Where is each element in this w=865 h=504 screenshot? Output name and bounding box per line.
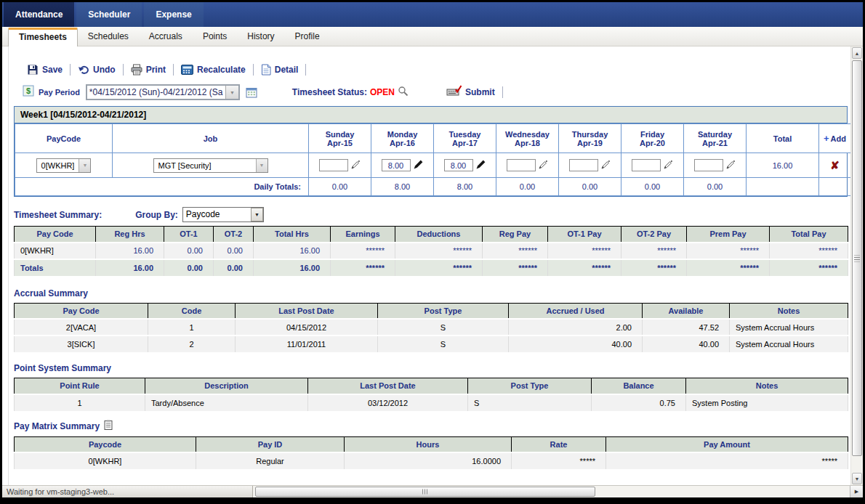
table-cell: ******	[548, 259, 621, 276]
column-header: Paycode	[15, 436, 196, 452]
table-cell: System Accrual Hours	[730, 336, 848, 352]
tab-schedules[interactable]: Schedules	[78, 28, 139, 46]
daily-totals-row: Daily Totals: 0.00 8.00 8.00 0.00 0.00 0…	[15, 178, 851, 196]
tab-accruals[interactable]: Accruals	[139, 28, 193, 46]
chevron-down-icon[interactable]: ▼	[225, 86, 238, 99]
calendar-button[interactable]	[244, 85, 259, 99]
print-button[interactable]: Print	[124, 64, 173, 76]
group-by-select[interactable]: Paycode ▼	[182, 207, 264, 222]
day-input-monday[interactable]	[382, 159, 411, 171]
day-input-sunday[interactable]	[319, 159, 348, 171]
delete-row-x-icon[interactable]: ✘	[830, 159, 840, 171]
recalculate-button[interactable]: Recalculate	[174, 65, 253, 75]
table-cell: *****	[606, 452, 848, 469]
pay-period-select[interactable]: *04/15/2012 (Sun)-04/21/2012 (Sa ▼	[86, 84, 240, 100]
tab-attendance[interactable]: Attendance	[4, 2, 74, 27]
pencil-icon[interactable]	[475, 159, 486, 171]
submit-button[interactable]: Submit	[446, 85, 495, 99]
toolbar: Save Undo Print Recalculate	[20, 62, 850, 77]
timesheet-page: Save Undo Print Recalculate	[2, 46, 850, 485]
table-cell: 1	[15, 394, 145, 411]
timesheet-status: Timesheet Status: OPEN	[292, 86, 409, 99]
detail-button[interactable]: Detail	[254, 64, 306, 76]
horizontal-scrollbar-thumb[interactable]	[255, 487, 595, 497]
chevron-down-icon: ▼	[79, 159, 90, 172]
column-header: Deductions	[395, 227, 483, 243]
pencil-icon[interactable]	[538, 160, 548, 171]
point-system-summary-title: Point System Summary	[14, 363, 111, 373]
chevron-down-icon: ▼	[251, 208, 263, 221]
notepad-icon[interactable]	[104, 420, 113, 433]
pencil-icon[interactable]	[600, 160, 611, 171]
column-header: Description	[145, 378, 308, 394]
status-bar: Waiting for vm-staging3-web... ▶	[2, 485, 863, 497]
save-button[interactable]: Save	[20, 64, 70, 76]
table-cell: 40.00	[509, 336, 643, 352]
tab-timesheets[interactable]: Timesheets	[8, 28, 78, 46]
paycode-value: 0[WKHR]	[37, 159, 79, 172]
table-cell: Regular	[196, 452, 345, 469]
timesheet-summary-title: Timesheet Summary:	[14, 210, 102, 220]
job-column-header: Job	[113, 124, 309, 153]
pencil-icon[interactable]	[725, 160, 736, 171]
tab-history[interactable]: History	[237, 28, 284, 46]
table-cell: S	[468, 394, 592, 411]
table-cell: ******	[395, 243, 483, 259]
vertical-scrollbar-thumb[interactable]	[852, 60, 862, 456]
column-header: Point Rule	[15, 378, 145, 394]
magnifier-icon[interactable]	[398, 86, 409, 99]
undo-label: Undo	[93, 65, 116, 75]
column-header: Post Type	[468, 378, 592, 394]
table-cell: 2	[148, 336, 236, 352]
table-cell: ******	[331, 259, 395, 276]
column-header: Total Pay	[770, 227, 848, 243]
pencil-icon[interactable]	[413, 159, 424, 171]
top-navigation: Attendance Scheduler Expense	[2, 2, 863, 27]
tab-scheduler[interactable]: Scheduler	[76, 2, 142, 27]
scroll-up-button[interactable]: ▲	[852, 47, 862, 59]
tab-profile[interactable]: Profile	[285, 28, 330, 46]
vertical-scrollbar[interactable]: ▲ ▼	[850, 46, 863, 485]
day-input-friday[interactable]	[632, 159, 661, 171]
column-header: Balance	[592, 378, 686, 394]
horizontal-scrollbar[interactable]: ▶	[253, 486, 863, 497]
table-cell: ******	[395, 259, 483, 276]
table-header-row: Point Rule Description Last Post Date Po…	[15, 378, 848, 394]
table-cell: ******	[483, 259, 548, 276]
submit-keyboard-check-icon	[446, 85, 462, 99]
paycode-select[interactable]: 0[WKHR] ▼	[36, 158, 92, 173]
pencil-icon[interactable]	[663, 160, 673, 171]
column-header: Pay Code	[15, 303, 148, 319]
undo-button[interactable]: Undo	[71, 65, 123, 75]
pencil-icon[interactable]	[350, 160, 361, 171]
calendar-icon	[246, 87, 257, 98]
job-select[interactable]: MGT [Security] ▼	[153, 158, 268, 173]
recalculate-label: Recalculate	[197, 65, 246, 75]
timesheet-status-label: Timesheet Status:	[292, 87, 367, 97]
table-header-row: Pay Code Reg Hrs OT-1 OT-2 Total Hrs Ear…	[15, 227, 848, 243]
scroll-down-button[interactable]: ▼	[852, 473, 862, 484]
table-cell: ******	[621, 259, 687, 276]
day-input-saturday[interactable]	[694, 159, 723, 171]
tab-points[interactable]: Points	[193, 28, 237, 46]
pay-period-row: $ Pay Period *04/15/2012 (Sun)-04/21/201…	[23, 84, 850, 101]
column-header: Total Hrs	[254, 227, 331, 243]
day-input-tuesday[interactable]	[444, 159, 473, 171]
tab-expense-label: Expense	[156, 9, 191, 20]
daily-total-monday: 8.00	[371, 178, 434, 196]
table-cell: ******	[621, 243, 687, 259]
day-input-wednesday[interactable]	[507, 159, 536, 171]
sub-navigation: Timesheets Schedules Accruals Points His…	[2, 27, 863, 46]
add-row-button[interactable]: +Add	[819, 124, 851, 153]
day-input-thursday[interactable]	[569, 159, 598, 171]
printer-icon	[131, 64, 142, 76]
scroll-right-button[interactable]: ▶	[850, 486, 863, 497]
browser-window: Attendance Scheduler Expense Timesheets …	[2, 2, 863, 497]
day-header-tuesday: TuesdayApr-17	[434, 124, 496, 153]
column-header: Notes	[730, 303, 848, 319]
table-cell: ******	[331, 243, 395, 259]
tab-expense[interactable]: Expense	[144, 2, 203, 27]
column-header: OT-2 Pay	[621, 227, 687, 243]
tab-points-label: Points	[203, 31, 227, 41]
table-cell: 16.00	[254, 259, 331, 276]
